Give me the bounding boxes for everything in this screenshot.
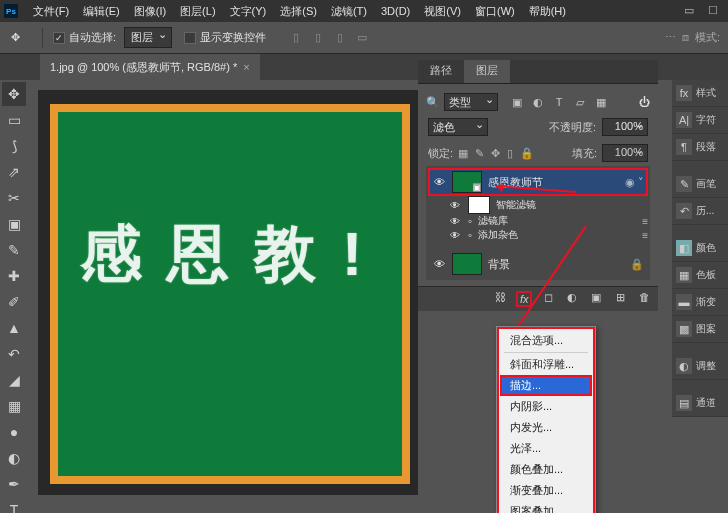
- smart-filters-row[interactable]: 👁 智能滤镜: [428, 196, 648, 214]
- menu-help[interactable]: 帮助(H): [522, 4, 573, 19]
- fx-gradient-overlay[interactable]: 渐变叠加...: [500, 480, 592, 501]
- fill-value[interactable]: 100%: [602, 144, 648, 162]
- link-layers-icon[interactable]: ⛓: [492, 291, 508, 307]
- panel-color[interactable]: ◧颜色: [672, 235, 728, 262]
- panel-patterns[interactable]: ▩图案: [672, 316, 728, 343]
- add-noise-row[interactable]: 👁 ◦ 添加杂色 ≡: [428, 228, 648, 242]
- filter-pixel-icon[interactable]: ▣: [510, 96, 524, 109]
- mask-icon[interactable]: ◻: [540, 291, 556, 307]
- eraser-tool[interactable]: ◢: [2, 368, 26, 392]
- fx-inner-glow[interactable]: 内发光...: [500, 417, 592, 438]
- wand-tool[interactable]: ⇗: [2, 160, 26, 184]
- canvas[interactable]: 感 恩 教 !: [50, 104, 410, 484]
- menu-select[interactable]: 选择(S): [273, 4, 324, 19]
- layer-selected[interactable]: 👁 感恩教师节 ◉ ˅: [428, 168, 648, 196]
- panel-history[interactable]: ↶历...: [672, 198, 728, 225]
- align-center-icon[interactable]: ▯: [310, 30, 326, 46]
- dots-icon[interactable]: ⋯: [665, 31, 676, 44]
- lock-icon[interactable]: 🔒: [630, 258, 644, 271]
- lock-artboard-icon[interactable]: ▯: [507, 147, 513, 160]
- panel-styles[interactable]: fx样式: [672, 80, 728, 107]
- blend-mode-dropdown[interactable]: 滤色: [428, 118, 488, 136]
- filter-settings-icon[interactable]: ≡: [642, 230, 648, 241]
- panel-swatches[interactable]: ▦色板: [672, 262, 728, 289]
- type-tool[interactable]: T: [2, 498, 26, 513]
- brush-tool[interactable]: ✐: [2, 290, 26, 314]
- panel-adjustments[interactable]: ◐调整: [672, 353, 728, 380]
- dodge-tool[interactable]: ◐: [2, 446, 26, 470]
- 3d-mode-icon[interactable]: ⧈: [682, 31, 689, 44]
- move-tool[interactable]: ✥: [2, 82, 26, 106]
- close-icon[interactable]: ×: [243, 61, 249, 73]
- new-layer-icon[interactable]: ⊞: [612, 291, 628, 307]
- eyedropper-tool[interactable]: ✎: [2, 238, 26, 262]
- lock-position-icon[interactable]: ✥: [491, 147, 500, 160]
- smart-filter-indicator[interactable]: ◉ ˅: [625, 176, 644, 189]
- panel-paragraph[interactable]: ¶段落: [672, 134, 728, 161]
- menu-edit[interactable]: 编辑(E): [76, 4, 127, 19]
- lock-brush-icon[interactable]: ✎: [475, 147, 484, 160]
- menu-file[interactable]: 文件(F): [26, 4, 76, 19]
- panel-tab-paths[interactable]: 路径: [418, 60, 464, 83]
- stamp-tool[interactable]: ▲: [2, 316, 26, 340]
- menu-text[interactable]: 文字(Y): [223, 4, 274, 19]
- panel-tab-layers[interactable]: 图层: [464, 60, 510, 83]
- layer-thumbnail[interactable]: [452, 253, 482, 275]
- lock-all-icon[interactable]: 🔒: [520, 147, 534, 160]
- fx-color-overlay[interactable]: 颜色叠加...: [500, 459, 592, 480]
- align-left-icon[interactable]: ▯: [288, 30, 304, 46]
- fx-satin[interactable]: 光泽...: [500, 438, 592, 459]
- filter-adjust-icon[interactable]: ◐: [531, 96, 545, 109]
- visibility-icon[interactable]: 👁: [432, 176, 446, 188]
- panel-channels[interactable]: ▤通道: [672, 390, 728, 417]
- align-right-icon[interactable]: ▯: [332, 30, 348, 46]
- visibility-icon[interactable]: 👁: [432, 258, 446, 270]
- smart-filter-mask[interactable]: [468, 196, 490, 214]
- filter-text-icon[interactable]: T: [552, 96, 566, 109]
- crop-tool[interactable]: ✂: [2, 186, 26, 210]
- lasso-tool[interactable]: ⟆: [2, 134, 26, 158]
- gradient-tool[interactable]: ▦: [2, 394, 26, 418]
- marquee-tool[interactable]: ▭: [2, 108, 26, 132]
- show-transform-checkbox[interactable]: [184, 32, 196, 44]
- adjustment-icon[interactable]: ◐: [564, 291, 580, 307]
- layer-filter-type[interactable]: 类型: [444, 93, 498, 111]
- fx-blending-options[interactable]: 混合选项...: [500, 330, 592, 351]
- align-top-icon[interactable]: ▭: [354, 30, 370, 46]
- panel-brushes[interactable]: ✎画笔: [672, 171, 728, 198]
- fx-button[interactable]: fx: [516, 291, 532, 307]
- heal-tool[interactable]: ✚: [2, 264, 26, 288]
- filter-shape-icon[interactable]: ▱: [573, 96, 587, 109]
- frame-tool[interactable]: ▣: [2, 212, 26, 236]
- fx-inner-shadow[interactable]: 内阴影...: [500, 396, 592, 417]
- menu-view[interactable]: 视图(V): [417, 4, 468, 19]
- minimize-icon[interactable]: ▭: [682, 3, 696, 17]
- maximize-icon[interactable]: ☐: [706, 3, 720, 17]
- menu-filter[interactable]: 滤镜(T): [324, 4, 374, 19]
- fx-stroke[interactable]: 描边...: [500, 375, 592, 396]
- auto-select-checkbox[interactable]: [53, 32, 65, 44]
- auto-select-dropdown[interactable]: 图层: [124, 27, 172, 48]
- fx-pattern-overlay[interactable]: 图案叠加...: [500, 501, 592, 513]
- search-icon[interactable]: 🔍: [426, 96, 438, 108]
- menu-3d[interactable]: 3D(D): [374, 5, 417, 17]
- fx-bevel-emboss[interactable]: 斜面和浮雕...: [500, 354, 592, 375]
- pen-tool[interactable]: ✒: [2, 472, 26, 496]
- filter-toggle-icon[interactable]: ⏻: [639, 96, 650, 108]
- menu-layer[interactable]: 图层(L): [173, 4, 222, 19]
- menu-window[interactable]: 窗口(W): [468, 4, 522, 19]
- blur-tool[interactable]: ●: [2, 420, 26, 444]
- history-brush-tool[interactable]: ↶: [2, 342, 26, 366]
- delete-icon[interactable]: 🗑: [636, 291, 652, 307]
- document-tab[interactable]: 1.jpg @ 100% (感恩教师节, RGB/8#) * ×: [40, 54, 260, 80]
- group-icon[interactable]: ▣: [588, 291, 604, 307]
- visibility-icon[interactable]: 👁: [448, 230, 462, 241]
- lock-pixels-icon[interactable]: ▦: [458, 147, 468, 160]
- opacity-value[interactable]: 100%: [602, 118, 648, 136]
- panel-character[interactable]: A|字符: [672, 107, 728, 134]
- visibility-icon[interactable]: 👁: [448, 200, 462, 211]
- menu-image[interactable]: 图像(I): [127, 4, 173, 19]
- layer-thumbnail[interactable]: [452, 171, 482, 193]
- panel-gradients[interactable]: ▬渐变: [672, 289, 728, 316]
- filter-gallery-row[interactable]: 👁 ◦ 滤镜库 ≡: [428, 214, 648, 228]
